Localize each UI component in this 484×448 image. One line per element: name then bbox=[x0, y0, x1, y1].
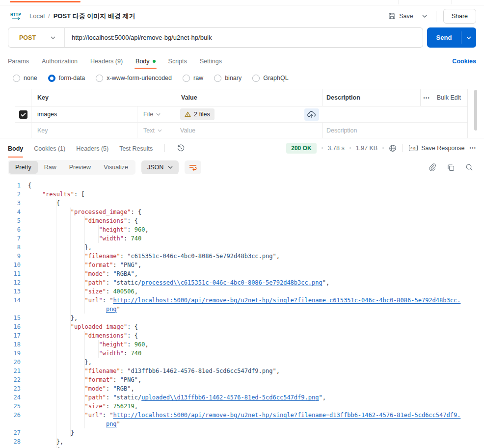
response-size[interactable]: 1.97 KB bbox=[356, 145, 377, 152]
indent-guide bbox=[28, 225, 42, 234]
code-line: 20}, bbox=[0, 358, 484, 367]
code-token: 756219 bbox=[113, 403, 134, 410]
description-cell[interactable]: Description bbox=[322, 123, 468, 138]
response-tab-body[interactable]: Body bbox=[8, 139, 23, 158]
body-type-binary[interactable]: binary bbox=[214, 75, 242, 82]
indent-guide bbox=[42, 208, 56, 216]
code-token: "uploaded_image" bbox=[71, 323, 128, 330]
indent-guide bbox=[42, 367, 56, 375]
code-token: "url" bbox=[85, 412, 103, 419]
key-cell[interactable]: images File bbox=[31, 106, 174, 122]
code-token: "static/ bbox=[113, 394, 141, 401]
value-cell[interactable]: 2 files bbox=[174, 106, 322, 122]
description-cell[interactable] bbox=[322, 106, 468, 122]
form-data-row[interactable]: images File 2 files bbox=[15, 106, 467, 123]
response-tab-test-results[interactable]: Test Results bbox=[119, 139, 153, 158]
breadcrumb-workspace[interactable]: Local bbox=[29, 12, 45, 20]
view-mode-visualize[interactable]: Visualize bbox=[97, 161, 134, 174]
line-number: 24 bbox=[0, 393, 21, 402]
body-type-none[interactable]: none bbox=[13, 75, 37, 82]
code-token: "size" bbox=[85, 403, 106, 410]
save-response-button[interactable]: e.g. Save Response bbox=[409, 145, 464, 152]
indent-guide bbox=[56, 216, 71, 225]
response-tools bbox=[428, 163, 476, 172]
files-badge[interactable]: 2 files bbox=[180, 108, 215, 120]
tab-params[interactable]: Params bbox=[8, 58, 29, 65]
send-button[interactable]: Send bbox=[427, 34, 461, 41]
search-icon bbox=[465, 163, 473, 171]
body-type-raw[interactable]: raw bbox=[183, 75, 203, 82]
response-tab-cookies[interactable]: Cookies (1) bbox=[34, 139, 65, 158]
format-selector[interactable]: JSON bbox=[141, 160, 179, 174]
code-line: 24"path": "static/uploaded\\d13ffbb6-146… bbox=[0, 393, 484, 402]
indent-guide bbox=[56, 287, 71, 296]
json-link[interactable]: uploaded\\d13ffbb6-1462-4576-81ed-5cd6cc… bbox=[141, 394, 319, 401]
code-line: 25"size": 756219, bbox=[0, 402, 484, 411]
indent-guide bbox=[71, 331, 85, 340]
url-input[interactable]: http://localhost:5000/api/remove-bg/u2ne… bbox=[65, 34, 212, 41]
code-token: "width" bbox=[99, 350, 124, 357]
status-badge[interactable]: 200 OK bbox=[286, 143, 316, 154]
more-dots-icon[interactable]: ••• bbox=[469, 145, 476, 151]
indent-guide bbox=[71, 225, 85, 234]
save-button[interactable]: Save bbox=[388, 12, 413, 20]
view-mode-pretty[interactable]: Pretty bbox=[9, 161, 38, 174]
tab-settings[interactable]: Settings bbox=[200, 58, 222, 65]
json-link[interactable]: png bbox=[106, 306, 117, 313]
response-history-button[interactable] bbox=[177, 144, 185, 152]
code-line: 5"dimensions": { bbox=[0, 216, 484, 225]
view-mode-preview[interactable]: Preview bbox=[63, 161, 97, 174]
more-dots-icon[interactable]: ••• bbox=[423, 95, 430, 101]
save-example-icon: e.g. bbox=[409, 145, 418, 151]
code-line: 17"dimensions": { bbox=[0, 331, 484, 340]
bulk-edit-button[interactable]: Bulk Edit bbox=[437, 94, 461, 101]
indent-guide bbox=[42, 437, 56, 446]
send-options-dropdown[interactable] bbox=[461, 36, 476, 39]
tab-scripts[interactable]: Scripts bbox=[168, 58, 187, 65]
wrap-lines-button[interactable] bbox=[185, 160, 201, 174]
key-cell[interactable]: Key Text bbox=[31, 123, 174, 138]
indent-guide bbox=[28, 190, 42, 199]
unsaved-changes-dot bbox=[153, 60, 156, 63]
body-type-graphql[interactable]: GraphQL bbox=[252, 75, 288, 82]
network-info-button[interactable] bbox=[389, 144, 397, 152]
body-type-x-www-form-urlencoded[interactable]: x-www-form-urlencoded bbox=[96, 75, 172, 82]
indent-guide bbox=[71, 393, 85, 402]
json-link[interactable]: png bbox=[106, 421, 117, 427]
method-selector[interactable]: POST bbox=[8, 28, 64, 47]
indent-guide bbox=[28, 358, 42, 367]
copy-button[interactable] bbox=[447, 164, 455, 171]
checkbox-checked[interactable] bbox=[19, 110, 27, 119]
code-token: : bbox=[106, 279, 113, 286]
value-cell[interactable]: Value bbox=[174, 123, 322, 138]
indent-guide bbox=[56, 358, 71, 367]
indent-guide bbox=[71, 252, 85, 261]
request-title[interactable]: POST 다중 이미지 배경 제거 bbox=[54, 12, 135, 21]
table-scrollbar[interactable] bbox=[474, 90, 477, 131]
code-token: : { bbox=[131, 209, 142, 215]
view-mode-raw[interactable]: Raw bbox=[38, 161, 63, 174]
indent-guide bbox=[71, 358, 85, 367]
code-line: 22"format": "PNG", bbox=[0, 375, 484, 384]
response-time[interactable]: 3.78 s bbox=[328, 145, 345, 152]
form-data-empty-row[interactable]: Key Text Value Description bbox=[15, 123, 467, 138]
indent-guide bbox=[71, 411, 85, 420]
body-type-form-data[interactable]: form-data bbox=[48, 75, 85, 82]
tab-headers[interactable]: Headers (9) bbox=[90, 58, 123, 65]
type-selector[interactable]: Text bbox=[137, 123, 174, 138]
json-link[interactable]: http://localhost:5000/api/remove-bg/u2ne… bbox=[113, 412, 460, 419]
copy-link-button[interactable] bbox=[428, 163, 436, 172]
indent-guide bbox=[56, 261, 71, 269]
json-link[interactable]: processed\\c615351c-046c-4bc0-8086-5e792… bbox=[141, 279, 322, 286]
search-button[interactable] bbox=[465, 163, 473, 171]
share-button[interactable]: Share bbox=[443, 9, 476, 24]
save-options-dropdown[interactable] bbox=[420, 13, 429, 20]
response-tab-headers[interactable]: Headers (5) bbox=[76, 139, 108, 158]
type-selector[interactable]: File bbox=[137, 106, 174, 122]
response-body-json[interactable]: 1{2"results": [3{4"processed_image": {5"… bbox=[0, 179, 484, 448]
json-link[interactable]: http://localhost:5000/api/remove-bg/u2ne… bbox=[113, 297, 460, 304]
tab-authorization[interactable]: Authorization bbox=[42, 58, 78, 65]
cookies-link[interactable]: Cookies bbox=[452, 58, 476, 65]
upload-files-button[interactable] bbox=[304, 108, 319, 121]
tab-body[interactable]: Body bbox=[135, 58, 156, 65]
